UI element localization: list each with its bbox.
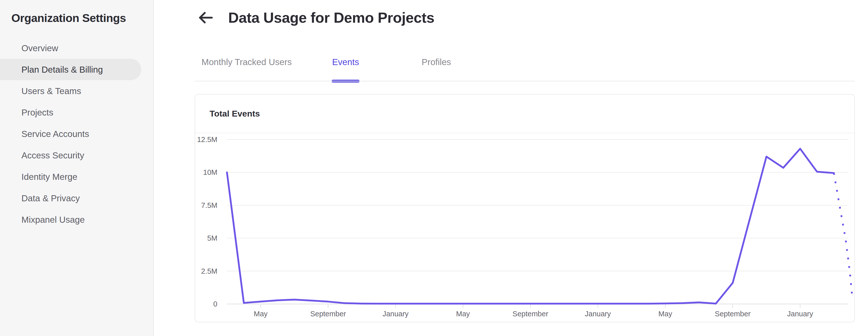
sidebar-item-projects[interactable]: Projects [0,102,141,123]
sidebar-item-data-privacy[interactable]: Data & Privacy [0,187,141,209]
sidebar-item-mixpanel-usage[interactable]: Mixpanel Usage [0,209,141,230]
tabs-divider [195,81,855,82]
sidebar: Organization Settings OverviewPlan Detai… [0,0,154,336]
sidebar-item-access-security[interactable]: Access Security [0,145,141,166]
tabs-row: Monthly Tracked UsersEventsProfiles [202,57,451,81]
back-button[interactable] [198,11,214,24]
sidebar-item-plan-details-billing[interactable]: Plan Details & Billing [0,59,141,80]
chart-canvas[interactable] [195,133,854,322]
sidebar-nav: OverviewPlan Details & BillingUsers & Te… [0,37,154,230]
card-header: Total Events [195,95,855,133]
tab-monthly-tracked-users[interactable]: Monthly Tracked Users [202,57,292,81]
sidebar-item-service-accounts[interactable]: Service Accounts [0,123,141,145]
tab-profiles[interactable]: Profiles [422,57,451,81]
total-events-line[interactable] [227,149,834,304]
sidebar-item-identity-merge[interactable]: Identity Merge [0,166,141,187]
events-chart[interactable]: 12.5M10M7.5M5M2.5M0MaySeptemberJanuaryMa… [195,133,854,322]
tab-events[interactable]: Events [332,57,359,81]
org-settings-page: Organization Settings OverviewPlan Detai… [0,0,868,336]
sidebar-title: Organization Settings [11,11,126,25]
card-title: Total Events [210,109,260,119]
arrow-left-icon [198,21,214,25]
page-title: Data Usage for Demo Projects [228,9,434,26]
total-events-card: Total Events 12.5M10M7.5M5M2.5M0MaySepte… [195,94,855,323]
sidebar-item-overview[interactable]: Overview [0,37,141,59]
projected-events-dotted-line[interactable] [834,173,852,299]
sidebar-item-users-teams[interactable]: Users & Teams [0,80,141,102]
